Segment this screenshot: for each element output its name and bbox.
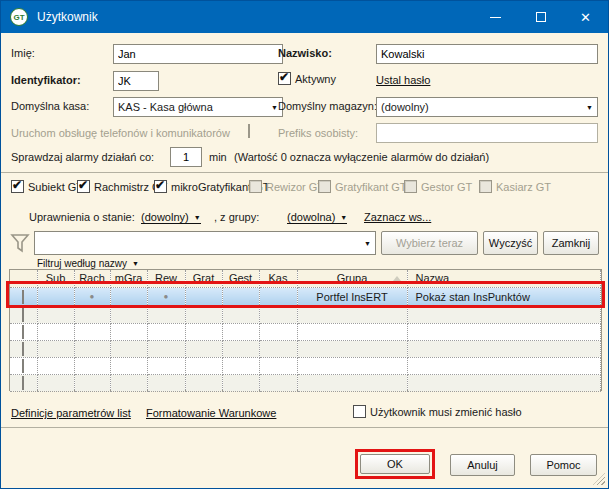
z-grupy-label: , z grupy:	[214, 211, 259, 223]
telefony-label: Uruchom obsługę telefonów i komunikatoró…	[11, 127, 230, 139]
dialog-content: Imię: Nazwisko: Identyfikator: Aktywny U…	[1, 33, 608, 488]
product-label: Subiekt GT	[28, 181, 83, 193]
prefiks-label: Prefiks osobisty:	[278, 127, 358, 139]
header-gest[interactable]: Gest	[222, 270, 259, 287]
window-title: Użytkownik	[37, 10, 98, 24]
product-gestor-checkbox: Gestor GT	[404, 180, 472, 193]
domyslny-magazyn-value: (dowolny)	[381, 101, 429, 113]
product-label: Gestor GT	[421, 181, 472, 193]
filter-combobox[interactable]: ▼	[34, 231, 376, 255]
chevron-down-icon: ▼	[132, 260, 139, 267]
table-row[interactable]	[10, 374, 601, 391]
checkbox-checked-icon	[154, 180, 167, 193]
stan-value: (dowolny)	[141, 211, 189, 223]
filtruj-label: Filtruj według nazwy	[37, 258, 127, 269]
chevron-down-icon: ▼	[364, 240, 371, 247]
table-row[interactable]	[10, 357, 601, 374]
product-kasiarz-checkbox: Kasiarz GT	[479, 180, 551, 193]
minimize-icon	[490, 17, 501, 18]
zmien-haslo-checkbox[interactable]: Użytkownik musi zmienić hasło	[353, 405, 522, 418]
checkbox-disabled-icon	[249, 180, 262, 193]
wyczysc-button[interactable]: Wyczyść	[483, 231, 538, 255]
ok-button[interactable]: OK	[360, 454, 430, 474]
checkbox-unchecked-icon	[353, 405, 366, 418]
table-row[interactable]	[10, 306, 601, 323]
header-mgra[interactable]: mGra	[110, 270, 147, 287]
close-button[interactable]: ✕	[563, 1, 608, 33]
formatowanie-warunkowe-link[interactable]: Formatowanie Warunkowe	[146, 407, 276, 419]
header-nazwa[interactable]: Nazwa	[407, 270, 601, 287]
product-label: Kasiarz GT	[496, 181, 551, 193]
header-rach[interactable]: Rach	[74, 270, 110, 287]
row-checkbox[interactable]	[22, 308, 24, 322]
grupa-dropdown[interactable]: (dowolna) ▼	[287, 211, 347, 224]
titlebar: GT Użytkownik ✕	[1, 1, 608, 33]
header-kas[interactable]: Kas	[259, 270, 297, 287]
identyfikator-field[interactable]	[113, 71, 159, 91]
product-label: Gratyfikant GT	[335, 181, 407, 193]
row-checkbox[interactable]	[22, 359, 24, 373]
header-grat[interactable]: Grat	[185, 270, 222, 287]
filter-funnel-icon	[9, 232, 31, 254]
cell-gest	[222, 287, 259, 306]
nazwisko-field[interactable]	[376, 44, 598, 64]
maximize-button[interactable]	[518, 1, 563, 33]
table-header-row: Sub Rach mGra Rew Grat Gest Kas Grupa Na…	[10, 270, 601, 287]
row-checkbox[interactable]	[22, 342, 24, 356]
header-sub[interactable]: Sub	[37, 270, 74, 287]
pomoc-button[interactable]: Pomoc	[530, 454, 597, 476]
minimize-button[interactable]	[473, 1, 518, 33]
zmien-haslo-label: Użytkownik musi zmienić hasło	[370, 406, 522, 418]
dialog-uzytkownik: GT Użytkownik ✕ Imię: Nazwisko: Identyfi…	[0, 0, 609, 489]
chevron-down-icon: ▼	[340, 214, 347, 221]
row-checkbox[interactable]	[22, 325, 24, 339]
checkbox-checked-icon	[278, 72, 291, 85]
nazwisko-label: Nazwisko:	[278, 47, 332, 59]
cell-nazwa: Pokaż stan InsPunktów	[407, 287, 601, 306]
telefony-checkbox	[248, 124, 250, 138]
row-checkbox[interactable]	[22, 376, 24, 390]
uprawnienia-label: Uprawnienia o stanie:	[29, 211, 135, 223]
checkbox-disabled-icon	[404, 180, 417, 193]
table-row-selected[interactable]: ● ● Portfel InsERT Pokaż stan InsPunktów	[10, 287, 601, 306]
domyslna-kasa-value: KAS - Kasa główna	[118, 101, 213, 113]
close-icon: ✕	[580, 11, 591, 24]
product-rewizor-checkbox: Rewizor GT	[249, 180, 324, 193]
zamknij-button[interactable]: Zamknij	[543, 231, 599, 255]
aktywny-checkbox[interactable]: Aktywny	[278, 72, 336, 85]
table-row[interactable]	[10, 340, 601, 357]
domyslna-kasa-select[interactable]: KAS - Kasa główna ▼	[113, 97, 283, 117]
alarmy-field[interactable]	[170, 147, 202, 167]
row-checkbox[interactable]	[22, 290, 24, 304]
chevron-down-icon: ▼	[586, 104, 593, 111]
alarmy-unit: min	[209, 151, 227, 163]
table-row[interactable]	[10, 323, 601, 340]
checkbox-checked-icon	[77, 180, 90, 193]
zaznacz-wszystko-link[interactable]: Zaznacz ws...	[364, 211, 431, 223]
grupa-value: (dowolna)	[287, 211, 335, 223]
permissions-table: Sub Rach mGra Rew Grat Gest Kas Grupa Na…	[9, 269, 602, 391]
definicje-parametrow-link[interactable]: Definicje parametrów list	[11, 407, 131, 419]
product-label: Rewizor GT	[266, 181, 324, 193]
ustal-haslo-link[interactable]: Ustal hasło	[376, 74, 430, 86]
header-select-col[interactable]	[10, 270, 37, 287]
stan-dropdown[interactable]: (dowolny) ▼	[141, 211, 201, 224]
domyslny-magazyn-select[interactable]: (dowolny) ▼	[376, 97, 598, 117]
header-rew[interactable]: Rew	[147, 270, 185, 287]
chevron-down-icon: ▼	[271, 104, 278, 111]
separator	[1, 172, 608, 173]
anuluj-button[interactable]: Anuluj	[450, 454, 515, 476]
cell-sub	[37, 287, 74, 306]
checkbox-checked-icon	[11, 180, 24, 193]
imie-label: Imię:	[11, 47, 35, 59]
domyslny-magazyn-label: Domyślny magazyn:	[278, 100, 377, 112]
chevron-down-icon: ▼	[194, 214, 201, 221]
header-grupa[interactable]: Grupa	[297, 270, 407, 287]
cell-rach-dot-icon: ●	[74, 287, 110, 306]
product-subiekt-checkbox[interactable]: Subiekt GT	[11, 180, 83, 193]
cell-rew-dot-icon: ●	[147, 287, 185, 306]
aktywny-label: Aktywny	[295, 73, 336, 85]
checkbox-disabled-icon	[318, 180, 331, 193]
wybierz-teraz-button: Wybierz teraz	[381, 231, 478, 255]
imie-field[interactable]	[113, 44, 283, 64]
